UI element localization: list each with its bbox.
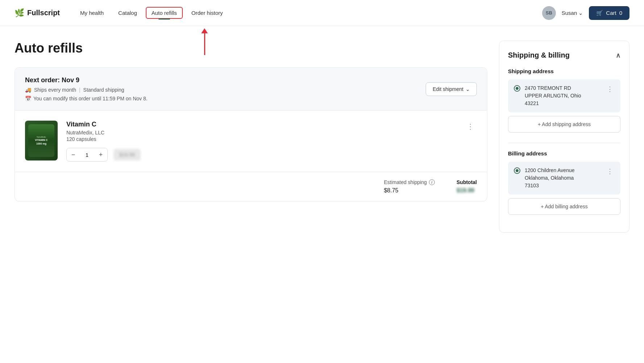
quantity-control: − 1 + bbox=[66, 148, 108, 162]
product-image-inner: NutraMedix VITAMIN C 1000 mg bbox=[28, 124, 54, 157]
billing-title: Shipping & billing ∧ bbox=[508, 51, 620, 59]
chevron-down-icon: ⌄ bbox=[466, 86, 470, 92]
logo-icon: 🌿 bbox=[15, 8, 24, 18]
section-divider bbox=[508, 143, 620, 143]
shipping-address-option[interactable]: 2470 TREMONT RD UPPER ARLNGTN, Ohio 4322… bbox=[508, 79, 620, 112]
order-meta: 🚚 Ships every month | Standard shipping bbox=[25, 87, 148, 93]
info-icon[interactable]: i bbox=[429, 179, 435, 185]
ships-label: Ships every month bbox=[34, 87, 76, 93]
add-shipping-address-button[interactable]: + Add shipping address bbox=[508, 116, 620, 133]
cart-button[interactable]: 🛒 Cart 0 bbox=[589, 6, 629, 20]
nav-catalog[interactable]: Catalog bbox=[112, 7, 143, 19]
shipping-address-text: 2470 TREMONT RD UPPER ARLNGTN, Ohio 4322… bbox=[525, 84, 581, 107]
nav-links: My health Catalog Auto refills Order his… bbox=[74, 7, 542, 19]
main-content: Auto refills Next order: Nov 9 🚚 Ships e… bbox=[0, 26, 644, 247]
quantity-decrease-button[interactable]: − bbox=[67, 148, 80, 161]
shipping-address-menu-button[interactable]: ⋮ bbox=[605, 84, 615, 94]
right-panel: Shipping & billing ∧ Shipping address 24… bbox=[499, 41, 629, 233]
product-row: NutraMedix VITAMIN C 1000 mg Vitamin C N… bbox=[15, 110, 487, 172]
billing-card: Shipping & billing ∧ Shipping address 24… bbox=[499, 41, 629, 233]
subtotal-value: $19.99 bbox=[457, 187, 474, 194]
product-brand: NutraMedix, LLC bbox=[66, 130, 455, 135]
nav-my-health[interactable]: My health bbox=[74, 7, 110, 19]
add-billing-address-button[interactable]: + Add billing address bbox=[508, 198, 620, 215]
navbar: 🌿 Fullscript My health Catalog Auto refi… bbox=[0, 0, 644, 26]
subtotal-label: Subtotal bbox=[457, 179, 477, 185]
user-menu[interactable]: Susan ⌄ bbox=[562, 10, 583, 16]
left-panel: Auto refills Next order: Nov 9 🚚 Ships e… bbox=[15, 41, 487, 233]
chevron-down-icon: ⌄ bbox=[578, 10, 583, 16]
billing-address-option[interactable]: 1200 Children Avenue Oklahoma, Oklahoma … bbox=[508, 162, 620, 195]
product-img-label: VITAMIN C bbox=[35, 139, 48, 142]
order-card: Next order: Nov 9 🚚 Ships every month | … bbox=[15, 67, 487, 201]
product-img-sublabel: 1000 mg bbox=[36, 142, 46, 145]
truck-icon: 🚚 bbox=[25, 87, 31, 93]
order-footer: Estimated shipping i $8.75 Subtotal $19.… bbox=[15, 172, 487, 201]
product-menu-button[interactable]: ⋮ bbox=[464, 121, 477, 132]
separator: | bbox=[79, 87, 80, 93]
collapse-icon[interactable]: ∧ bbox=[616, 51, 620, 59]
product-actions: − 1 + $19.99 bbox=[66, 148, 455, 162]
subtotal-col: Subtotal $19.99 bbox=[457, 179, 477, 194]
logo-text: Fullscript bbox=[27, 9, 60, 17]
billing-radio-button[interactable] bbox=[514, 167, 520, 174]
nav-order-history[interactable]: Order history bbox=[186, 7, 229, 19]
order-header: Next order: Nov 9 🚚 Ships every month | … bbox=[15, 68, 487, 110]
logo[interactable]: 🌿 Fullscript bbox=[15, 8, 60, 18]
product-name: Vitamin C bbox=[66, 121, 455, 128]
cart-icon: 🛒 bbox=[596, 10, 603, 16]
shipping-value: $8.75 bbox=[384, 187, 399, 194]
billing-address-text: 1200 Children Avenue Oklahoma, Oklahoma … bbox=[525, 167, 575, 189]
shipping-section-label: Shipping address bbox=[508, 68, 620, 74]
nav-auto-refills[interactable]: Auto refills bbox=[146, 7, 183, 19]
product-size: 120 capsules bbox=[66, 136, 455, 142]
billing-section-label: Billing address bbox=[508, 150, 620, 157]
shipping-radio-button[interactable] bbox=[514, 85, 520, 92]
billing-address-radio-row: 1200 Children Avenue Oklahoma, Oklahoma … bbox=[514, 167, 575, 189]
shipping-type: Standard shipping bbox=[83, 87, 124, 93]
product-price: $19.99 bbox=[113, 149, 141, 160]
quantity-increase-button[interactable]: + bbox=[94, 148, 107, 161]
product-img-brand: NutraMedix bbox=[37, 136, 46, 138]
nav-right: SB Susan ⌄ 🛒 Cart 0 bbox=[542, 6, 629, 20]
calendar-icon: 📅 bbox=[25, 96, 31, 101]
estimated-shipping-col: Estimated shipping i $8.75 bbox=[384, 179, 435, 194]
edit-shipment-button[interactable]: Edit shipment ⌄ bbox=[426, 82, 477, 96]
order-header-left: Next order: Nov 9 🚚 Ships every month | … bbox=[25, 76, 148, 101]
order-next-date: Next order: Nov 9 bbox=[25, 76, 148, 84]
quantity-value: 1 bbox=[80, 152, 94, 158]
product-details: Vitamin C NutraMedix, LLC 120 capsules −… bbox=[66, 121, 455, 162]
page-title: Auto refills bbox=[15, 41, 487, 56]
avatar[interactable]: SB bbox=[542, 6, 556, 20]
product-image: NutraMedix VITAMIN C 1000 mg bbox=[25, 121, 58, 160]
order-note: 📅 You can modify this order until 11:59 … bbox=[25, 96, 148, 101]
shipping-label: Estimated shipping i bbox=[384, 179, 435, 185]
billing-address-menu-button[interactable]: ⋮ bbox=[605, 167, 615, 176]
shipping-address-radio-row: 2470 TREMONT RD UPPER ARLNGTN, Ohio 4322… bbox=[514, 84, 581, 107]
